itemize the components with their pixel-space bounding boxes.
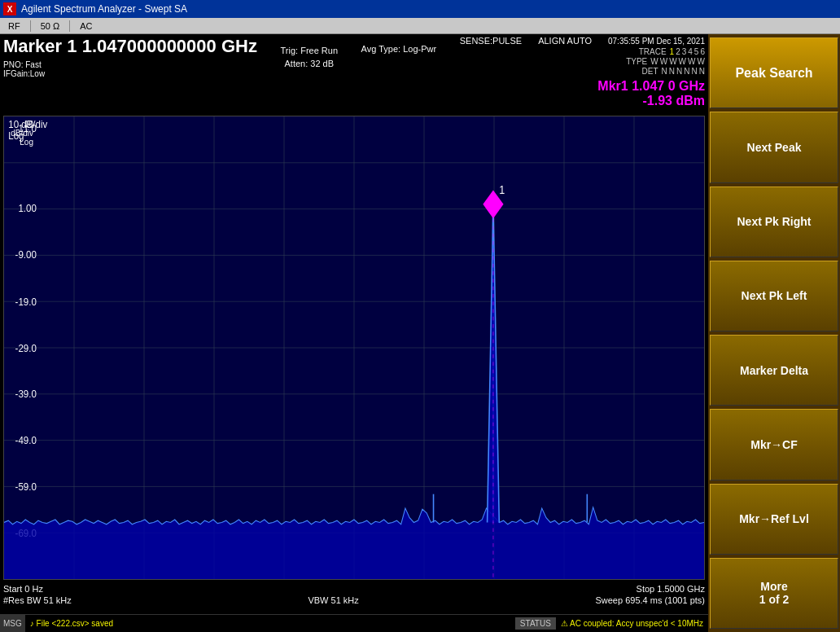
start-freq: Start 0 Hz bbox=[3, 584, 43, 594]
msg-label: MSG bbox=[0, 615, 25, 632]
msg-content: ♪ File <222.csv> saved bbox=[25, 617, 515, 630]
trace-6: 6 bbox=[700, 47, 705, 56]
atten-info: Atten: 32 dB bbox=[281, 59, 339, 68]
avg-type: Avg Type: Log-Pwr bbox=[361, 44, 437, 54]
datetime: 07:35:55 PM Dec 15, 2021 bbox=[608, 37, 705, 46]
mkr1-readout: Mkr1 1.047 0 GHz -1.93 dBm bbox=[460, 79, 705, 108]
status-label: STATUS bbox=[515, 617, 556, 630]
trace-1: 1 bbox=[670, 47, 675, 56]
status-content: ⚠ AC coupled: Accy unspec'd < 10MHz bbox=[556, 617, 708, 630]
svg-text:1: 1 bbox=[499, 183, 505, 196]
next-pk-left-button[interactable]: Next Pk Left bbox=[710, 261, 838, 331]
trace-3: 3 bbox=[682, 47, 687, 56]
res-bw: #Res BW 51 kHz bbox=[3, 595, 72, 605]
peak-search-title: Peak Search bbox=[710, 37, 838, 108]
chart-container: 10 dB/div Log bbox=[3, 116, 705, 580]
menu-impedance[interactable]: 50 Ω bbox=[34, 18, 67, 33]
trace-5: 5 bbox=[694, 47, 699, 56]
next-peak-button[interactable]: Next Peak bbox=[710, 112, 838, 182]
type-label: TYPE bbox=[626, 57, 647, 66]
title-bar: X Agilent Spectrum Analyzer - Swept SA bbox=[0, 0, 840, 18]
spectrum-chart: 11.0 1.00 -9.00 -19.0 -29.0 -39.0 -49.0 … bbox=[4, 116, 704, 579]
mkr-ref-lvl-button[interactable]: Mkr→Ref Lvl bbox=[710, 484, 838, 555]
align-mode: ALIGN AUTO bbox=[538, 36, 592, 46]
trig-info: Trig: Free Run bbox=[281, 46, 339, 55]
display-area: Marker 1 1.047000000000 GHz PNO: Fast IF… bbox=[0, 34, 708, 632]
status-bar: MSG ♪ File <222.csv> saved STATUS ⚠ AC c… bbox=[0, 614, 708, 632]
marker-delta-button[interactable]: Marker Delta bbox=[710, 335, 838, 406]
trace-label: TRACE bbox=[639, 47, 667, 56]
more-button[interactable]: More 1 of 2 bbox=[710, 558, 838, 629]
app-icon: X bbox=[3, 2, 16, 15]
menu-ac[interactable]: AC bbox=[73, 18, 98, 33]
trace-4: 4 bbox=[688, 47, 693, 56]
sweep: Sweep 695.4 ms (1001 pts) bbox=[595, 595, 705, 605]
app-title: Agilent Spectrum Analyzer - Swept SA bbox=[21, 3, 187, 15]
mkr-cf-button[interactable]: Mkr→CF bbox=[710, 409, 838, 480]
vbw: VBW 51 kHz bbox=[308, 595, 358, 605]
next-pk-right-button[interactable]: Next Pk Right bbox=[710, 187, 838, 257]
menu-bar: RF 50 Ω AC bbox=[0, 18, 840, 34]
menu-sep-2 bbox=[69, 20, 70, 32]
stop-freq: Stop 1.5000 GHz bbox=[637, 584, 705, 594]
marker-frequency: Marker 1 1.047000000000 GHz bbox=[3, 36, 257, 57]
softkey-panel: Peak Search Next Peak Next Pk Right Next… bbox=[708, 34, 840, 632]
det-label: DET bbox=[642, 67, 658, 76]
pno-info: PNO: Fast IFGain:Low bbox=[3, 60, 45, 78]
trace-2: 2 bbox=[676, 47, 680, 56]
bottom-info: Start 0 Hz Stop 1.5000 GHz #Res BW 51 kH… bbox=[0, 582, 708, 614]
header-section: Marker 1 1.047000000000 GHz PNO: Fast IF… bbox=[0, 34, 708, 116]
y-label-scale: 10 dB/div Log bbox=[6, 120, 35, 147]
sense-mode: SENSE:PULSE bbox=[460, 36, 522, 46]
menu-rf[interactable]: RF bbox=[2, 18, 27, 33]
menu-sep-1 bbox=[30, 20, 31, 32]
